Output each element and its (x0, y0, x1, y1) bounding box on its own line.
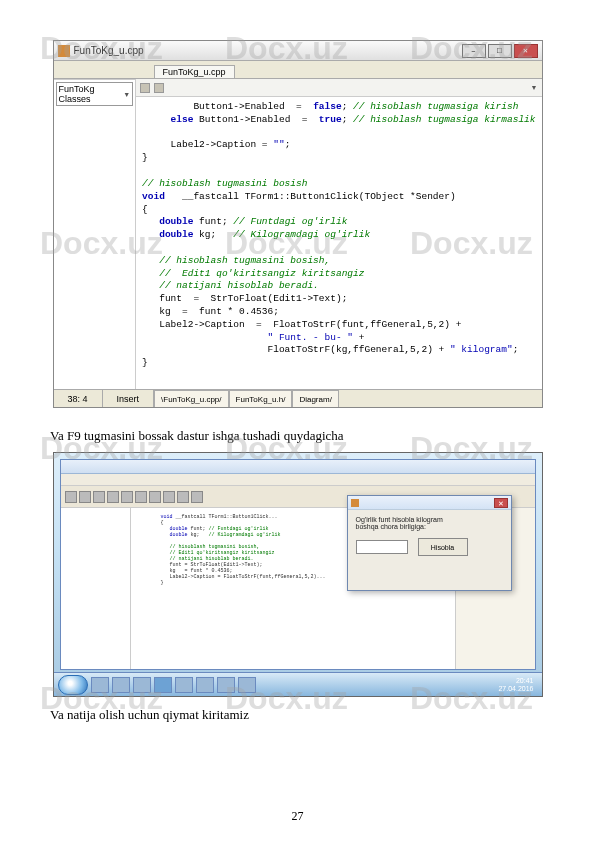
tool-icon[interactable] (163, 491, 175, 503)
class-browser-panel: FunToKg Classes ▼ (54, 79, 137, 389)
start-button[interactable] (58, 675, 88, 695)
ide-left-panel (61, 508, 131, 669)
calculate-button[interactable]: Hisobla (418, 538, 468, 556)
taskbar: 20:41 27.04.2016 (54, 672, 542, 696)
minimize-button[interactable]: – (462, 44, 486, 58)
dialog-titlebar: ✕ (348, 496, 511, 510)
maximize-button[interactable]: □ (488, 44, 512, 58)
tab-bar: FunToKg_u.cpp (54, 61, 542, 79)
tab-file[interactable]: FunToKg_u.cpp (154, 65, 235, 78)
tool-icon[interactable] (135, 491, 147, 503)
app-dialog: ✕ Og'irlik funt hisobla kilogram boshqa … (347, 495, 512, 591)
dialog-title-icon (351, 499, 359, 507)
tool-icon[interactable] (65, 491, 77, 503)
tool-icon[interactable] (93, 491, 105, 503)
chevron-down-icon: ▼ (123, 91, 130, 98)
window-title: FunToKg_u.cpp (74, 45, 462, 56)
dialog-label-2: boshqa chora birligiga: (356, 523, 503, 530)
dropdown-icon[interactable]: ▼ (531, 84, 538, 91)
taskbar-icon[interactable] (238, 677, 256, 693)
tool-icon[interactable] (121, 491, 133, 503)
taskbar-icon[interactable] (217, 677, 235, 693)
taskbar-icon[interactable] (175, 677, 193, 693)
window-titlebar: FunToKg_u.cpp – □ ✕ (54, 41, 542, 61)
tool-icon[interactable] (191, 491, 203, 503)
bottom-tab-diagram[interactable]: Diagram/ (292, 390, 338, 407)
nav-back-icon[interactable] (140, 83, 150, 93)
close-button[interactable]: ✕ (514, 44, 538, 58)
dialog-close-button[interactable]: ✕ (494, 498, 508, 508)
taskbar-icon[interactable] (91, 677, 109, 693)
file-icon (58, 45, 70, 57)
bottom-tab-h[interactable]: FunToKg_u.h/ (229, 390, 293, 407)
cursor-position: 38: 4 (54, 390, 103, 407)
code-editor[interactable]: Button1->Enabled = false; // hisoblash t… (136, 97, 541, 389)
code-editor-window: FunToKg_u.cpp – □ ✕ FunToKg_u.cpp FunToK… (53, 40, 543, 408)
tool-icon[interactable] (79, 491, 91, 503)
code-toolbar: ▼ (136, 79, 541, 97)
paragraph-2: Va natija olish uchun qiymat kiritamiz (50, 707, 545, 723)
page-number: 27 (0, 809, 595, 824)
dialog-label-1: Og'irlik funt hisobla kilogram (356, 516, 503, 523)
class-dropdown[interactable]: FunToKg Classes ▼ (56, 82, 134, 106)
taskbar-clock: 20:41 27.04.2016 (498, 677, 537, 692)
weight-input[interactable] (356, 540, 408, 554)
mini-code-preview: void __fastcall TForm1::Button1Click... … (161, 514, 326, 592)
taskbar-icon[interactable] (133, 677, 151, 693)
bottom-tab-cpp[interactable]: \FunToKg_u.cpp/ (154, 390, 229, 407)
taskbar-icon[interactable] (154, 677, 172, 693)
tool-icon[interactable] (149, 491, 161, 503)
desktop-screenshot: void __fastcall TForm1::Button1Click... … (53, 452, 543, 697)
class-dropdown-label: FunToKg Classes (59, 84, 124, 104)
status-bar: 38: 4 Insert \FunToKg_u.cpp/ FunToKg_u.h… (54, 389, 542, 407)
tool-icon[interactable] (177, 491, 189, 503)
ide-menubar (61, 474, 535, 486)
taskbar-icon[interactable] (196, 677, 214, 693)
nav-fwd-icon[interactable] (154, 83, 164, 93)
paragraph-1: Va F9 tugmasini bossak dastur ishga tush… (50, 428, 545, 444)
tool-icon[interactable] (107, 491, 119, 503)
taskbar-icon[interactable] (112, 677, 130, 693)
ide-titlebar (61, 460, 535, 474)
edit-mode: Insert (103, 390, 155, 407)
